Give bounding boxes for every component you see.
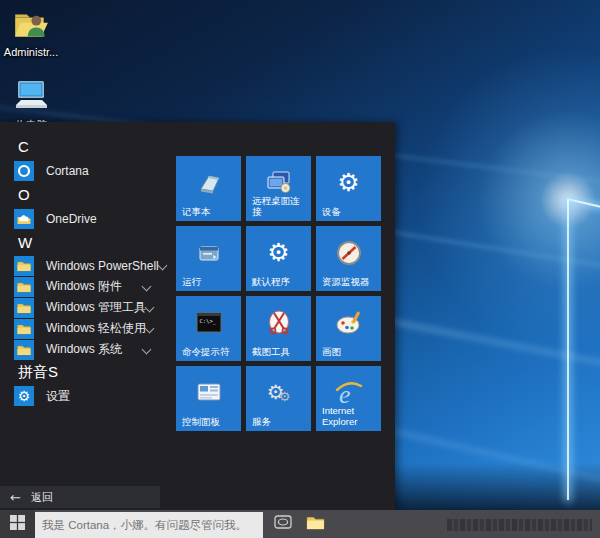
app-list-item[interactable]: Windows 系统 xyxy=(14,339,170,360)
app-list-item-label: Windows 管理工具 xyxy=(46,299,146,316)
start-menu: CCortanaOOneDriveWWindows PowerShellWind… xyxy=(0,122,395,510)
ie-icon: e xyxy=(333,378,365,408)
back-arrow-icon: ← xyxy=(10,490,21,505)
app-list-item[interactable]: Windows 附件 xyxy=(14,276,170,297)
task-view-button[interactable] xyxy=(270,510,296,538)
cortana-search-input[interactable]: 我是 Cortana，小娜。有问题尽管问我。 xyxy=(35,512,263,538)
screen: Administr... 此电脑 CCortanaOOneDriveWWindo… xyxy=(0,0,600,538)
app-folder-icon xyxy=(14,319,34,339)
app-list-item[interactable]: Windows 管理工具 xyxy=(14,297,170,318)
app-section-header[interactable]: C xyxy=(14,135,170,159)
file-explorer-button[interactable] xyxy=(302,510,328,538)
tile-label: 资源监视器 xyxy=(322,277,377,288)
desktop-icon-label: Administr... xyxy=(2,46,60,58)
chevron-down-icon[interactable] xyxy=(145,324,155,334)
settings-icon: ⚙ xyxy=(14,386,34,406)
app-list-item-label: Windows PowerShell xyxy=(46,259,159,273)
app-list-item-label: Cortana xyxy=(46,164,89,178)
app-list: CCortanaOOneDriveWWindows PowerShellWind… xyxy=(0,122,170,408)
back-button[interactable]: ← 返回 xyxy=(0,486,160,508)
app-list-item-label: 设置 xyxy=(46,388,70,405)
tile-grid: 记事本远程桌面连接⚙设备运行⚙默认程序资源监视器C:\>_命令提示符截图工具画图… xyxy=(176,156,381,431)
svg-text:C:\>_: C:\>_ xyxy=(199,317,216,324)
start-tile[interactable]: 截图工具 xyxy=(246,296,311,361)
tile-label: 服务 xyxy=(252,417,307,428)
paint-icon xyxy=(333,308,365,338)
app-folder-icon xyxy=(14,298,34,318)
taskbar: 我是 Cortana，小娜。有问题尽管问我。 xyxy=(0,510,600,538)
tile-label: 远程桌面连接 xyxy=(252,196,307,217)
start-tile[interactable]: ⚙⚙服务 xyxy=(246,366,311,431)
start-button[interactable] xyxy=(0,510,35,538)
app-list-item[interactable]: Windows 轻松使用 xyxy=(14,318,170,339)
tile-label: 命令提示符 xyxy=(182,347,237,358)
tile-label: Internet Explorer xyxy=(322,406,377,427)
chevron-down-icon[interactable] xyxy=(142,282,152,292)
control-panel-icon xyxy=(193,378,225,408)
file-explorer-icon xyxy=(306,515,325,534)
start-tile[interactable]: C:\>_命令提示符 xyxy=(176,296,241,361)
tile-label: 控制面板 xyxy=(182,417,237,428)
cortana-icon xyxy=(14,161,34,181)
app-section-header[interactable]: W xyxy=(14,231,170,255)
app-list-item-label: Windows 系统 xyxy=(46,341,122,358)
app-list-item[interactable]: ⚙设置 xyxy=(14,384,170,408)
start-tile[interactable]: 记事本 xyxy=(176,156,241,221)
remote-desktop-icon xyxy=(263,168,295,198)
app-list-item-label: Windows 轻松使用 xyxy=(46,320,146,337)
notepad-icon xyxy=(193,168,225,198)
tile-label: 运行 xyxy=(182,277,237,288)
app-list-item[interactable]: OneDrive xyxy=(14,207,170,231)
task-view-icon xyxy=(274,515,292,533)
app-list-item[interactable]: Windows PowerShell xyxy=(14,255,170,276)
tile-label: 记事本 xyxy=(182,207,237,218)
tile-label: 画图 xyxy=(322,347,377,358)
tile-label: 默认程序 xyxy=(252,277,307,288)
app-list-item-label: OneDrive xyxy=(46,212,97,226)
app-section-header[interactable]: O xyxy=(14,183,170,207)
windows-logo-icon xyxy=(10,515,25,534)
watermark xyxy=(447,519,592,531)
services-icon: ⚙⚙ xyxy=(263,378,295,408)
start-tile[interactable]: ⚙默认程序 xyxy=(246,226,311,291)
start-tile[interactable]: 资源监视器 xyxy=(316,226,381,291)
app-section-header[interactable]: 拼音S xyxy=(14,360,170,384)
tile-label: 设备 xyxy=(322,207,377,218)
app-folder-icon xyxy=(14,256,34,276)
user-folder-icon xyxy=(12,8,50,44)
window-logo-edge xyxy=(567,200,569,500)
start-tile[interactable]: ⚙设备 xyxy=(316,156,381,221)
cmd-icon: C:\>_ xyxy=(193,308,225,338)
app-folder-icon xyxy=(14,277,34,297)
app-list-item-label: Windows 附件 xyxy=(46,278,122,295)
chevron-down-icon[interactable] xyxy=(145,303,155,313)
start-tile[interactable]: 画图 xyxy=(316,296,381,361)
chevron-down-icon[interactable] xyxy=(142,345,152,355)
start-tile[interactable]: 控制面板 xyxy=(176,366,241,431)
onedrive-icon xyxy=(14,209,34,229)
app-list-item[interactable]: Cortana xyxy=(14,159,170,183)
start-tile[interactable]: 远程桌面连接 xyxy=(246,156,311,221)
search-placeholder-text: 我是 Cortana，小娜。有问题尽管问我。 xyxy=(42,518,247,533)
start-tile[interactable]: 运行 xyxy=(176,226,241,291)
tile-label: 截图工具 xyxy=(252,347,307,358)
this-pc-icon xyxy=(12,80,50,116)
resource-monitor-icon xyxy=(333,238,365,268)
app-folder-icon xyxy=(14,340,34,360)
gear-icon: ⚙ xyxy=(263,238,295,268)
gear-icon: ⚙ xyxy=(333,168,365,198)
back-label: 返回 xyxy=(31,490,53,505)
run-icon xyxy=(193,238,225,268)
desktop-icon-administrator[interactable]: Administr... xyxy=(2,8,60,58)
window-logo-edge xyxy=(567,198,600,208)
start-tile[interactable]: eInternet Explorer xyxy=(316,366,381,431)
chevron-down-icon[interactable] xyxy=(157,261,167,271)
snipping-tool-icon xyxy=(263,308,295,338)
